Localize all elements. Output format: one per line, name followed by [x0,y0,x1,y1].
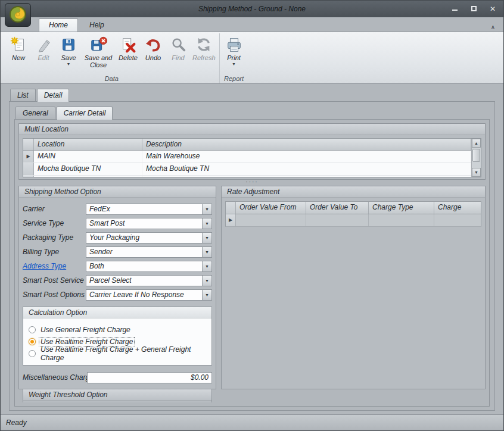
edit-button[interactable]: Edit [31,33,56,74]
print-button-label: Print [227,54,241,61]
carrier-combo[interactable]: FedEx ▼ [86,204,212,215]
calculation-option-caption: Calculation Option [23,307,211,318]
table-row[interactable]: Mocha Boutique TN Mocha Boutique TN [23,163,471,176]
cell-order-value-from[interactable] [236,214,306,226]
detail-panels: Shipping Method Option Carrier FedEx ▼ [18,186,486,402]
chevron-down-icon[interactable]: ▼ [202,218,211,229]
print-icon [225,36,243,54]
tab-general[interactable]: General [15,107,55,120]
cell-order-value-to[interactable] [306,214,369,226]
column-header-location[interactable]: Location [34,139,142,150]
minimize-button[interactable] [447,4,462,14]
radio-label: Use General Freight Charge [39,326,132,334]
column-header-charge-type[interactable]: Charge Type [369,202,434,214]
radio-use-general-freight-charge[interactable]: Use General Freight Charge [29,324,206,335]
scrollbar-track[interactable] [472,148,481,168]
service-type-combo[interactable]: Smart Post ▼ [86,218,212,229]
delete-icon [119,36,137,54]
scroll-up-icon[interactable]: ▲ [472,139,481,148]
find-button[interactable]: Find [166,33,191,74]
print-button[interactable]: Print ▼ [222,33,247,74]
delete-button[interactable]: Delete [116,33,141,74]
smart-post-options-combo[interactable]: Carrier Leave If No Response ▼ [86,289,212,301]
undo-button[interactable]: Undo [141,33,166,74]
maximize-button[interactable] [466,4,481,14]
multi-location-group: Multi Location Location Description ▶ MA… [18,123,486,180]
radio-label: Use Realtime Freight Charge [39,338,134,346]
table-row[interactable]: Mochas NY Mochas NY [23,176,471,177]
cell-location[interactable]: MAIN [34,151,142,163]
undo-button-label: Undo [145,54,161,61]
field-row-smart-post-service: Smart Post Service Parcel Select ▼ [23,273,212,288]
smart-post-service-combo[interactable]: Parcel Select ▼ [86,275,212,286]
ribbon-tab-help[interactable]: Help [79,18,114,32]
address-type-combo[interactable]: Both ▼ [86,261,212,272]
field-row-address-type: Address Type Both ▼ [23,259,212,273]
scroll-down-icon[interactable]: ▼ [472,168,481,177]
column-header-description[interactable]: Description [142,139,471,150]
window-controls: ✕ [447,4,500,14]
chevron-down-icon[interactable]: ▼ [202,290,211,300]
ribbon-tab-strip: Home Help ∧ [1,17,503,32]
scrollbar-thumb[interactable] [472,149,480,162]
refresh-button-label: Refresh [192,54,216,61]
carrier-value: FedEx [86,205,202,213]
cell-location[interactable]: Mochas NY [34,176,142,177]
billing-type-combo[interactable]: Sender ▼ [86,246,212,258]
find-magnifier-icon [169,36,187,54]
ribbon-tab-home[interactable]: Home [39,18,78,32]
refresh-arrows-icon [195,36,213,54]
cell-description[interactable]: Main Warehouse [142,151,471,163]
cell-description[interactable]: Mochas NY [142,176,471,177]
tab-list[interactable]: List [10,89,36,102]
undo-arrow-icon [144,36,162,54]
table-row[interactable]: ▶ MAIN Main Warehouse [23,151,471,163]
cell-charge-type[interactable] [369,214,434,226]
save-and-close-button[interactable]: Save and Close [81,33,116,74]
ribbon-group-report: Print ▼ Report [220,33,248,83]
ribbon-group-data-label: Data [6,74,217,83]
chevron-down-icon[interactable]: ▼ [202,204,211,214]
packaging-type-value: Your Packaging [86,233,202,242]
tab-carrier-detail[interactable]: Carrier Detail [57,107,113,120]
billing-type-value: Sender [86,248,202,256]
application-menu-button[interactable] [5,3,31,27]
save-and-close-button-label: Save and Close [83,54,114,68]
new-button-label: New [12,54,25,61]
miscellaneous-charge-input[interactable] [87,372,212,383]
cell-location[interactable]: Mocha Boutique TN [34,163,142,175]
chevron-down-icon[interactable]: ▼ [202,276,211,286]
field-row-packaging-type: Packaging Type Your Packaging ▼ [23,230,212,245]
chevron-down-icon[interactable]: ▼ [202,261,211,271]
cell-description[interactable]: Mocha Boutique TN [142,163,471,175]
tab-detail[interactable]: Detail [37,89,70,102]
address-type-link[interactable]: Address Type [23,262,86,270]
radio-use-realtime-plus-general-freight-charge[interactable]: Use Realtime Freight Charge + General Fr… [29,348,206,358]
row-indicator-header-cell [226,202,236,214]
splitter-handle[interactable]: ···· [18,180,486,186]
refresh-button[interactable]: Refresh [191,33,217,74]
inner-tab-strip: General Carrier Detail [14,107,490,120]
field-row-carrier: Carrier FedEx ▼ [23,202,212,216]
cell-charge[interactable] [434,214,481,226]
column-header-charge[interactable]: Charge [434,202,481,214]
chevron-down-icon[interactable]: ▼ [202,233,211,243]
table-row-empty[interactable]: ▶ [225,214,481,227]
print-dropdown-icon[interactable]: ▼ [232,62,236,66]
vertical-scrollbar[interactable]: ▲ ▼ [471,139,481,177]
new-button[interactable]: New [6,33,31,74]
column-header-order-value-to[interactable]: Order Value To [306,202,369,214]
multi-location-grid: Location Description ▶ MAIN Main Warehou… [23,138,481,177]
packaging-type-combo[interactable]: Your Packaging ▼ [86,232,212,243]
close-button[interactable]: ✕ [486,4,500,14]
radio-icon [29,350,36,357]
save-dropdown-icon[interactable]: ▼ [67,62,71,66]
field-row-weight: Weight [23,401,211,402]
column-header-order-value-from[interactable]: Order Value From [236,202,306,214]
row-indicator-header-cell [23,139,34,150]
radio-icon [29,326,36,333]
radio-selected-icon [29,338,36,345]
ribbon-collapse-icon[interactable]: ∧ [487,23,499,32]
save-button[interactable]: Save ▼ [56,33,81,74]
chevron-down-icon[interactable]: ▼ [202,247,211,257]
